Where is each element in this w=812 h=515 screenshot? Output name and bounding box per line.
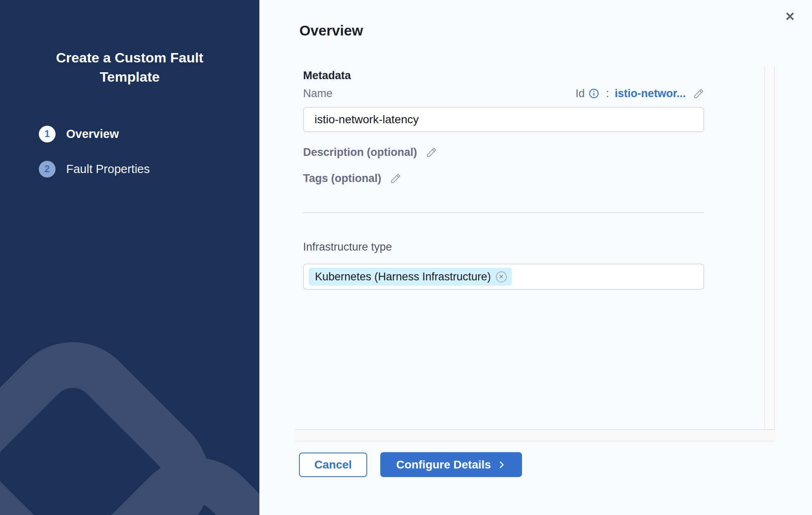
wizard-sidebar: Create a Custom Fault Template 1 Overvie… [0, 0, 259, 515]
page-title: Overview [299, 22, 363, 39]
info-icon[interactable] [589, 88, 599, 99]
id-separator: : [606, 87, 609, 100]
infrastructure-type-input[interactable]: Kubernetes (Harness Infrastructure) ✕ [303, 264, 704, 290]
edit-description-icon[interactable] [426, 147, 437, 158]
edit-tags-icon[interactable] [390, 173, 401, 184]
vertical-scrollbar-track[interactable] [764, 67, 775, 430]
name-label: Name [303, 87, 332, 100]
infrastructure-chip: Kubernetes (Harness Infrastructure) ✕ [309, 268, 512, 286]
step-2-label: Fault Properties [66, 162, 150, 176]
description-label: Description (optional) [303, 146, 417, 159]
wizard-title: Create a Custom Fault Template [0, 48, 259, 87]
infrastructure-type-label: Infrastructure type [303, 241, 392, 253]
id-group: Id : istio-networ... [576, 87, 704, 100]
id-value-link[interactable]: istio-networ... [615, 87, 686, 100]
chevron-right-icon [497, 460, 506, 469]
section-divider [303, 212, 704, 213]
edit-id-icon[interactable] [693, 88, 704, 99]
cancel-button[interactable]: Cancel [299, 453, 367, 477]
metadata-section-title: Metadata [303, 69, 351, 82]
configure-details-button[interactable]: Configure Details [380, 452, 522, 477]
overview-form-scroll-area: Metadata Name Id : istio-networ... D [295, 67, 775, 442]
close-icon[interactable]: ✕ [781, 7, 799, 25]
name-id-row: Name Id : istio-networ... [303, 85, 704, 102]
tags-row: Tags (optional) [303, 172, 401, 185]
configure-details-label: Configure Details [396, 458, 491, 471]
step-1-circle: 1 [39, 126, 56, 142]
horizontal-scrollbar-track[interactable] [295, 429, 775, 442]
id-label: Id [576, 87, 585, 100]
tags-label: Tags (optional) [303, 172, 381, 185]
chip-remove-icon[interactable]: ✕ [496, 271, 507, 282]
step-fault-properties[interactable]: 2 Fault Properties [39, 161, 150, 178]
harness-logo-watermark [0, 250, 259, 515]
step-overview[interactable]: 1 Overview [39, 126, 150, 142]
wizard-steps: 1 Overview 2 Fault Properties [39, 126, 150, 178]
infrastructure-chip-label: Kubernetes (Harness Infrastructure) [315, 271, 491, 283]
step-2-circle: 2 [39, 161, 56, 178]
description-row: Description (optional) [303, 146, 437, 159]
step-1-label: Overview [66, 127, 119, 141]
name-input[interactable] [303, 107, 704, 132]
